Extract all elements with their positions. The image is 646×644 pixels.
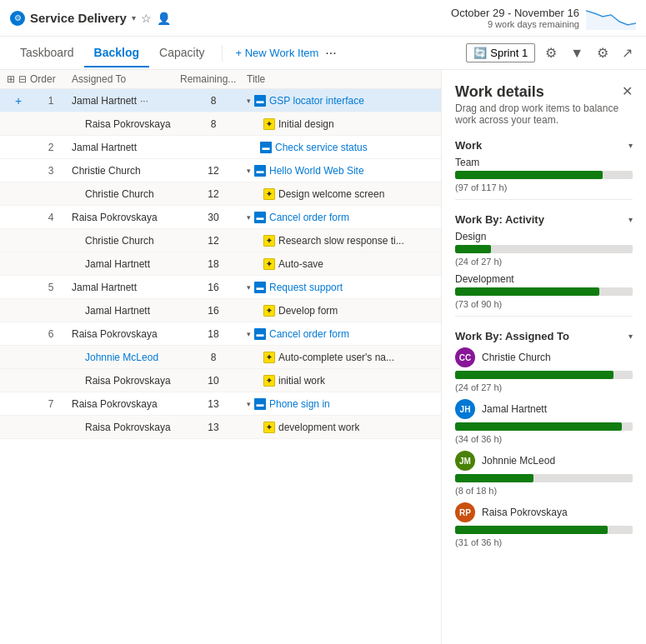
task-icon: ✦: [263, 305, 275, 317]
avatar-jh: JH: [455, 399, 475, 419]
table-row[interactable]: 4 Raisa Pokrovskaya 30 ▾ ▬ Cancel order …: [0, 206, 441, 229]
row-title[interactable]: Initial design: [278, 118, 334, 130]
table-row[interactable]: Raisa Pokrovskaya 13 ✦ development work: [0, 416, 441, 439]
row-title-cell: ▾ ▬ Cancel order form: [247, 212, 434, 223]
fullscreen-icon[interactable]: ↗: [618, 42, 636, 64]
th-title: Title: [247, 73, 434, 85]
row-title-cell: ▾ ▬ Cancel order form: [247, 328, 434, 340]
table-row[interactable]: 7 Raisa Pokrovskaya 13 ▾ ▬ Phone sign in: [0, 392, 441, 416]
more-options-icon[interactable]: ···: [325, 46, 336, 61]
development-bar-stats: (73 of 90 h): [455, 299, 633, 309]
work-section-chevron[interactable]: ▾: [628, 141, 633, 150]
row-title[interactable]: Phone sign in: [269, 398, 330, 410]
table-row[interactable]: Christie Church 12 ✦ Design welcome scre…: [0, 182, 441, 206]
table-row[interactable]: Jamal Hartnett 18 ✦ Auto-save: [0, 252, 441, 276]
row-title[interactable]: Design welcome screen: [278, 188, 384, 200]
work-by-activity-header: Work By: Activity ▾: [455, 213, 633, 226]
collapse-icon[interactable]: ▾: [247, 167, 251, 175]
th-icons: ⊞ ⊟: [7, 73, 30, 85]
nav-bar: Taskboard Backlog Capacity + New Work It…: [0, 37, 646, 70]
table-row[interactable]: 3 Christie Church 12 ▾ ▬ Hello World Web…: [0, 159, 441, 182]
row-remaining: 13: [180, 422, 247, 433]
collapse-all-icon[interactable]: ⊟: [18, 73, 27, 85]
task-icon: ✦: [263, 352, 275, 363]
row-title[interactable]: Auto-save: [278, 258, 323, 270]
row-order: 7: [30, 398, 72, 410]
collapse-icon[interactable]: ▾: [247, 400, 251, 408]
row-dots[interactable]: ···: [140, 95, 148, 107]
new-work-item-button[interactable]: + New Work Item: [229, 43, 326, 62]
tab-capacity[interactable]: Capacity: [149, 39, 214, 67]
row-title[interactable]: Research slow response ti...: [278, 235, 404, 247]
row-title-cell: ✦ Auto-complete user's na...: [247, 352, 434, 363]
row-title[interactable]: Cancel order form: [269, 328, 349, 340]
table-row[interactable]: Raisa Pokrovskaya 8 ✦ Initial design: [0, 112, 441, 136]
person-name-cc: Christie Church: [482, 352, 551, 363]
person-row-cc: CC Christie Church: [455, 347, 633, 367]
table-row[interactable]: + 1 Jamal Hartnett ··· 8 ▾ ▬ GSP locator…: [0, 89, 441, 112]
main-content: ⊞ ⊟ Order Assigned To Remaining... Title…: [0, 70, 646, 644]
row-assigned: Jamal Hartnett: [72, 305, 180, 317]
row-title[interactable]: Request support: [269, 282, 343, 293]
row-remaining: 12: [180, 235, 247, 247]
table-row[interactable]: Jamal Hartnett 16 ✦ Develop form: [0, 299, 441, 322]
person-icon[interactable]: 👤: [157, 12, 171, 25]
jm-bar-stats: (8 of 18 h): [455, 486, 633, 496]
row-title-cell: ✦ development work: [247, 422, 434, 433]
settings-icon[interactable]: ⚙: [593, 42, 612, 64]
table-row[interactable]: Christie Church 12 ✦ Research slow respo…: [0, 229, 441, 252]
view-options-icon[interactable]: ⚙: [542, 42, 560, 64]
sprint-label: Sprint 1: [490, 47, 528, 59]
assigned-name: Jamal Hartnett: [72, 95, 137, 107]
row-add-button[interactable]: +: [7, 94, 30, 107]
collapse-icon[interactable]: ▾: [247, 97, 251, 105]
row-title[interactable]: Hello World Web Site: [269, 165, 364, 177]
sprint-dates: October 29 - November 16: [451, 7, 579, 19]
story-icon: ▬: [254, 282, 266, 293]
design-bar-label: Design: [455, 231, 633, 242]
row-title[interactable]: initial work: [278, 375, 325, 387]
work-by-assigned-chevron[interactable]: ▾: [628, 332, 633, 341]
row-remaining: 10: [180, 375, 247, 387]
row-order: 6: [30, 328, 72, 340]
row-assigned: Raisa Pokrovskaya: [72, 118, 180, 130]
row-remaining: 8: [180, 352, 247, 363]
person-row-jh: JH Jamal Hartnett: [455, 399, 633, 419]
collapse-icon[interactable]: ▾: [247, 283, 251, 292]
row-title[interactable]: Auto-complete user's na...: [278, 352, 394, 363]
row-order: 2: [30, 142, 72, 153]
table-row[interactable]: 6 Raisa Pokrovskaya 18 ▾ ▬ Cancel order …: [0, 322, 441, 346]
tab-taskboard[interactable]: Taskboard: [10, 39, 84, 67]
row-title-cell: ✦ Develop form: [247, 305, 434, 317]
row-order: 3: [30, 165, 72, 177]
collapse-icon[interactable]: ▾: [247, 330, 251, 338]
work-by-activity-chevron[interactable]: ▾: [628, 215, 633, 224]
close-icon[interactable]: ✕: [622, 83, 633, 99]
row-assigned: Raisa Pokrovskaya: [72, 212, 180, 223]
star-icon[interactable]: ☆: [141, 12, 152, 25]
table-row[interactable]: 2 Jamal Hartnett ▬ Check service status: [0, 136, 441, 159]
chevron-down-icon[interactable]: ▾: [132, 13, 136, 22]
row-title[interactable]: Develop form: [278, 305, 338, 317]
expand-all-icon[interactable]: ⊞: [7, 73, 15, 85]
sprint-selector[interactable]: 🔄 Sprint 1: [466, 43, 535, 62]
row-title-cell: ▾ ▬ Hello World Web Site: [247, 165, 434, 177]
row-title[interactable]: GSP locator interface: [269, 95, 364, 107]
row-title[interactable]: Check service status: [275, 142, 368, 153]
table-row[interactable]: Raisa Pokrovskaya 10 ✦ initial work: [0, 369, 441, 392]
backlog-area: ⊞ ⊟ Order Assigned To Remaining... Title…: [0, 70, 442, 644]
tab-backlog[interactable]: Backlog: [84, 39, 149, 67]
row-assigned[interactable]: Johnnie McLeod: [72, 352, 180, 363]
table-row[interactable]: Johnnie McLeod 8 ✦ Auto-complete user's …: [0, 346, 441, 369]
collapse-icon[interactable]: ▾: [247, 213, 251, 222]
row-title[interactable]: development work: [278, 422, 359, 433]
task-icon: ✦: [263, 235, 275, 247]
table-row[interactable]: 5 Jamal Hartnett 16 ▾ ▬ Request support: [0, 276, 441, 299]
person-name-rp: Raisa Pokrovskaya: [482, 507, 568, 518]
story-icon: ▬: [254, 328, 266, 340]
row-assigned: Raisa Pokrovskaya: [72, 422, 180, 433]
row-title[interactable]: Cancel order form: [269, 212, 349, 223]
row-assigned: Christie Church: [72, 165, 180, 177]
filter-icon[interactable]: ▼: [567, 42, 587, 64]
row-title-cell: ✦ Research slow response ti...: [247, 235, 434, 247]
